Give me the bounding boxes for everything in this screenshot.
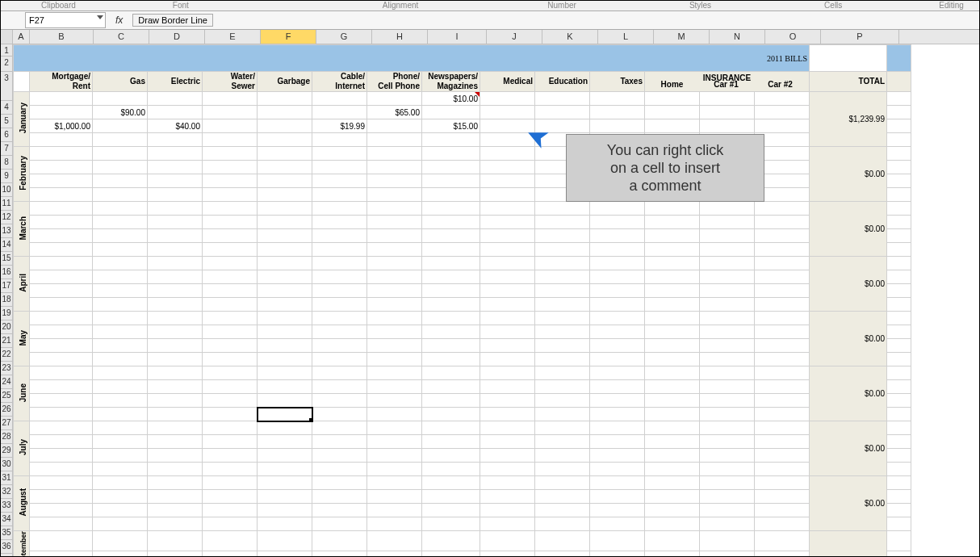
sheet-title[interactable]: 2011 BILLS bbox=[14, 45, 810, 72]
cell-B4[interactable] bbox=[30, 92, 93, 106]
cell-I6[interactable]: $15.00 bbox=[422, 119, 480, 133]
hdr-phone[interactable]: Phone/Cell Phone bbox=[367, 72, 422, 92]
col-C[interactable]: C bbox=[94, 30, 149, 44]
row-19[interactable]: 19 bbox=[1, 307, 12, 320]
month-february[interactable]: February bbox=[14, 147, 30, 202]
hdr-education[interactable]: Education bbox=[535, 72, 590, 92]
cell-F27-selected[interactable] bbox=[258, 408, 312, 421]
col-H[interactable]: H bbox=[372, 30, 428, 44]
jul-total[interactable]: $0.00 bbox=[810, 421, 887, 476]
row-11[interactable]: 11 bbox=[1, 197, 12, 211]
row-7[interactable]: 7 bbox=[1, 142, 12, 156]
row-13[interactable]: 13 bbox=[1, 224, 12, 238]
select-all-corner[interactable] bbox=[1, 30, 13, 44]
row-3[interactable]: 3 bbox=[1, 72, 12, 101]
col-G[interactable]: G bbox=[316, 30, 372, 44]
row-18[interactable]: 18 bbox=[1, 293, 12, 307]
row-26[interactable]: 26 bbox=[1, 403, 12, 417]
row-8[interactable]: 8 bbox=[1, 156, 12, 170]
row-12[interactable]: 12 bbox=[1, 211, 12, 224]
hdr-gas[interactable]: Gas bbox=[93, 72, 148, 92]
formula-bar-button[interactable]: Draw Border Line bbox=[132, 14, 213, 27]
col-I[interactable]: I bbox=[428, 30, 487, 44]
col-B[interactable]: B bbox=[30, 30, 94, 44]
cell-I4[interactable]: $10.00 bbox=[422, 92, 480, 106]
col-O[interactable]: O bbox=[765, 30, 821, 44]
row-9[interactable]: 9 bbox=[1, 170, 12, 183]
aug-total[interactable]: $0.00 bbox=[810, 476, 887, 531]
fx-label[interactable]: fx bbox=[115, 15, 123, 26]
row-23[interactable]: 23 bbox=[1, 362, 12, 375]
cell-G6[interactable]: $19.99 bbox=[312, 119, 367, 133]
name-box[interactable]: F27 bbox=[25, 12, 106, 28]
hdr-news[interactable]: Newspapers/Magazines bbox=[422, 72, 480, 92]
hdr-medical[interactable]: Medical bbox=[480, 72, 535, 92]
row-16[interactable]: 16 bbox=[1, 266, 12, 279]
row-4[interactable]: 4 bbox=[1, 101, 12, 115]
row-14[interactable]: 14 bbox=[1, 238, 12, 252]
col-L[interactable]: L bbox=[598, 30, 654, 44]
row-17[interactable]: 17 bbox=[1, 279, 12, 293]
month-january[interactable]: January bbox=[14, 92, 30, 147]
row-24[interactable]: 24 bbox=[1, 375, 12, 389]
row-28[interactable]: 28 bbox=[1, 430, 12, 444]
month-august[interactable]: August bbox=[14, 476, 30, 531]
row-33[interactable]: 33 bbox=[1, 499, 12, 513]
col-E[interactable]: E bbox=[205, 30, 261, 44]
mar-total[interactable]: $0.00 bbox=[810, 202, 887, 257]
hdr-cable[interactable]: Cable/Internet bbox=[312, 72, 367, 92]
row-30[interactable]: 30 bbox=[1, 458, 12, 471]
month-june[interactable]: June bbox=[14, 366, 30, 421]
hdr-electric[interactable]: Electric bbox=[148, 72, 203, 92]
jan-total[interactable]: $1,239.99 bbox=[810, 92, 887, 147]
col-M[interactable]: M bbox=[654, 30, 710, 44]
row-2[interactable]: 2 bbox=[1, 57, 12, 72]
month-april[interactable]: April bbox=[14, 257, 30, 312]
row-29[interactable]: 29 bbox=[1, 444, 12, 458]
row-25[interactable]: 25 bbox=[1, 389, 12, 403]
hdr-mortgage[interactable]: Mortgage/Rent bbox=[30, 72, 93, 92]
hdr-total[interactable]: TOTAL bbox=[810, 72, 887, 92]
month-may[interactable]: May bbox=[14, 312, 30, 366]
feb-total[interactable]: $0.00 bbox=[810, 147, 887, 202]
row-22[interactable]: 22 bbox=[1, 348, 12, 362]
month-july[interactable]: July bbox=[14, 421, 30, 476]
row-5[interactable]: 5 bbox=[1, 115, 12, 128]
row-36[interactable]: 36 bbox=[1, 540, 12, 554]
row-31[interactable]: 31 bbox=[1, 471, 12, 485]
hdr-taxes[interactable]: Taxes bbox=[590, 72, 645, 92]
col-K[interactable]: K bbox=[542, 30, 598, 44]
col-J[interactable]: J bbox=[487, 30, 542, 44]
col-F[interactable]: F bbox=[261, 30, 316, 44]
row-34[interactable]: 34 bbox=[1, 513, 12, 526]
row-27[interactable]: 27 bbox=[1, 417, 12, 430]
cell-H5[interactable]: $65.00 bbox=[367, 106, 422, 119]
hdr-water[interactable]: Water/Sewer bbox=[203, 72, 258, 92]
cell-C5[interactable]: $90.00 bbox=[93, 106, 148, 119]
row-20[interactable]: 20 bbox=[1, 320, 12, 334]
row-6[interactable]: 6 bbox=[1, 128, 12, 142]
may-total[interactable]: $0.00 bbox=[810, 312, 887, 366]
cell-D6[interactable]: $40.00 bbox=[148, 119, 203, 133]
apr-total[interactable]: $0.00 bbox=[810, 257, 887, 312]
row-1[interactable]: 1 bbox=[1, 44, 12, 57]
month-march[interactable]: March bbox=[14, 202, 30, 257]
row-37[interactable]: 37 bbox=[1, 554, 12, 557]
sep-total[interactable] bbox=[810, 531, 887, 558]
month-september[interactable]: September bbox=[14, 531, 30, 558]
col-P[interactable]: P bbox=[821, 30, 899, 44]
spreadsheet[interactable]: 2011 BILLS Mortgage/Rent Gas Electric Wa… bbox=[13, 44, 911, 557]
row-15[interactable]: 15 bbox=[1, 252, 12, 266]
hdr-garbage[interactable]: Garbage bbox=[258, 72, 312, 92]
row-35[interactable]: 35 bbox=[1, 526, 12, 540]
col-N[interactable]: N bbox=[710, 30, 765, 44]
hdr-insurance[interactable]: INSURANCE Home Car #1 Car #2 bbox=[645, 72, 810, 92]
col-D[interactable]: D bbox=[149, 30, 205, 44]
cell-B6[interactable]: $1,000.00 bbox=[30, 119, 93, 133]
jun-total[interactable]: $0.00 bbox=[810, 366, 887, 421]
name-box-dropdown-icon[interactable] bbox=[97, 15, 103, 19]
row-32[interactable]: 32 bbox=[1, 485, 12, 499]
row-10[interactable]: 10 bbox=[1, 183, 12, 197]
row-21[interactable]: 21 bbox=[1, 334, 12, 348]
col-A[interactable]: A bbox=[13, 30, 30, 44]
